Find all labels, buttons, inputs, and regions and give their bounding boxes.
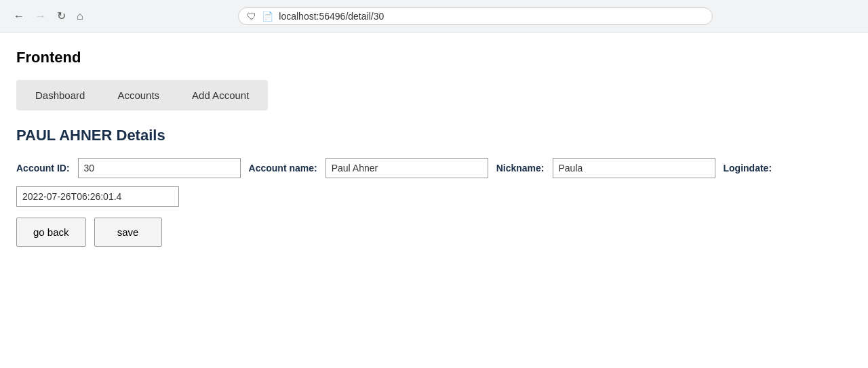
app-title: Frontend — [16, 49, 852, 66]
nav-tabs: Dashboard Accounts Add Account — [16, 80, 268, 110]
account-id-label: Account ID: — [16, 163, 70, 173]
browser-nav-buttons: ← → ↻ ⌂ — [11, 8, 86, 24]
save-button[interactable]: save — [94, 218, 162, 247]
form-row-logindate — [16, 186, 852, 207]
page-icon: 📄 — [262, 11, 273, 22]
back-button[interactable]: ← — [11, 9, 27, 24]
logindate-label: Logindate: — [724, 163, 772, 173]
forward-button[interactable]: → — [33, 9, 49, 24]
button-row: go back save — [16, 218, 852, 247]
tab-dashboard[interactable]: Dashboard — [19, 83, 101, 108]
address-bar[interactable]: 🛡 📄 localhost:56496/detail/30 — [238, 7, 713, 25]
shield-icon: 🛡 — [247, 11, 256, 22]
home-button[interactable]: ⌂ — [74, 9, 86, 24]
tab-accounts[interactable]: Accounts — [101, 83, 176, 108]
refresh-button[interactable]: ↻ — [54, 8, 68, 24]
account-id-input[interactable] — [78, 158, 241, 178]
url-text: localhost:56496/detail/30 — [279, 11, 384, 22]
page-content: Frontend Dashboard Accounts Add Account … — [0, 33, 868, 258]
nickname-input[interactable] — [553, 158, 715, 178]
account-name-label: Account name: — [249, 163, 317, 173]
account-name-input[interactable] — [326, 158, 488, 178]
form-row-main: Account ID: Account name: Nickname: Logi… — [16, 158, 852, 178]
browser-chrome: ← → ↻ ⌂ 🛡 📄 localhost:56496/detail/30 — [0, 0, 868, 33]
go-back-button[interactable]: go back — [16, 218, 86, 247]
tab-add-account[interactable]: Add Account — [176, 83, 265, 108]
nickname-label: Nickname: — [496, 163, 545, 173]
logindate-input[interactable] — [16, 186, 179, 207]
detail-title: PAUL AHNER Details — [16, 127, 852, 144]
